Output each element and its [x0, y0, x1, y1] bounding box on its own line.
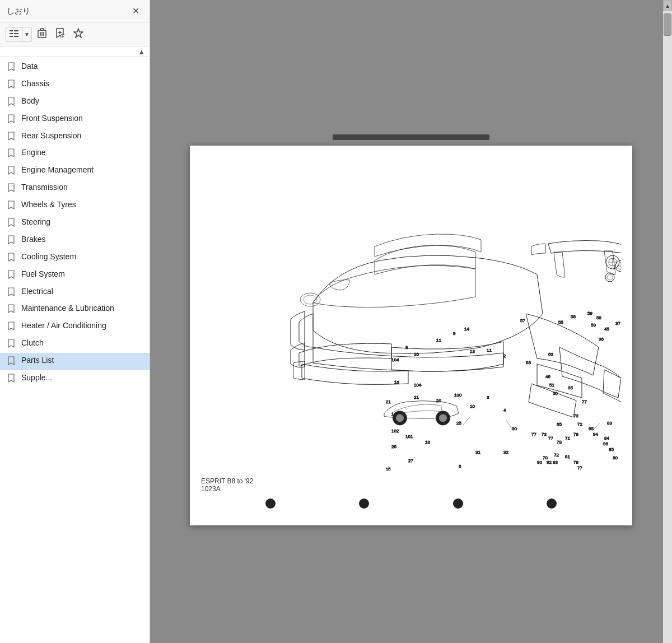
bookmark-icon — [8, 287, 17, 299]
svg-text:15: 15 — [386, 467, 390, 470]
sidebar-item-label: Heater / Air Conditioning — [21, 320, 144, 331]
svg-text:92: 92 — [547, 460, 552, 465]
sidebar-item-label: Supple... — [21, 372, 144, 383]
sidebar-item-supplement[interactable]: Supple... — [0, 370, 150, 388]
sidebar-item-wheels-tyres[interactable]: Wheels & Tyres — [0, 197, 150, 215]
bookmark-icon — [8, 304, 17, 316]
svg-text:94: 94 — [593, 432, 598, 437]
svg-text:78: 78 — [573, 432, 578, 437]
bookmark-icon — [8, 218, 17, 230]
sidebar-item-engine-management[interactable]: Engine Management — [0, 162, 150, 180]
sidebar-item-fuel-system[interactable]: Fuel System — [0, 267, 150, 284]
svg-text:21: 21 — [386, 399, 391, 404]
sidebar-item-data[interactable]: Data — [0, 59, 150, 76]
sidebar-item-brakes[interactable]: Brakes — [0, 232, 150, 249]
svg-text:36: 36 — [599, 337, 604, 342]
bookmark-icon — [8, 339, 17, 351]
svg-point-33 — [439, 414, 447, 422]
scrollbar-up-arrow[interactable]: ▲ — [663, 0, 672, 11]
bookmark-icon — [8, 356, 17, 368]
sidebar-item-electrical[interactable]: Electrical — [0, 284, 150, 301]
svg-rect-7 — [40, 29, 44, 30]
bookmark-icon — [8, 183, 17, 195]
dropdown-arrow-button[interactable]: ▼ — [22, 29, 31, 40]
sidebar-item-cooling-system[interactable]: Cooling System — [0, 249, 150, 267]
svg-text:31: 31 — [475, 450, 480, 455]
sidebar-item-heater-air-conditioning[interactable]: Heater / Air Conditioning — [0, 318, 150, 336]
svg-text:78: 78 — [557, 440, 562, 445]
svg-text:96: 96 — [603, 441, 608, 446]
svg-text:77: 77 — [582, 399, 587, 404]
svg-text:77: 77 — [531, 432, 536, 437]
star-bookmark-button[interactable] — [70, 26, 87, 43]
sidebar-item-transmission[interactable]: Transmission — [0, 180, 150, 197]
svg-text:30: 30 — [512, 426, 517, 431]
svg-rect-0 — [10, 30, 13, 31]
svg-text:35: 35 — [568, 385, 573, 390]
sidebar-title: しおり — [7, 6, 30, 16]
svg-rect-1 — [10, 33, 13, 34]
page-dot-2[interactable] — [359, 498, 369, 509]
scrollbar-thumb[interactable] — [664, 13, 671, 36]
sidebar-item-label: Front Suspension — [21, 113, 144, 124]
svg-text:45: 45 — [604, 327, 609, 332]
svg-text:83: 83 — [607, 421, 612, 426]
sidebar-list: Data Chassis Body Front Suspension Rear … — [0, 57, 150, 643]
svg-text:11: 11 — [436, 338, 441, 343]
page-dot-3[interactable] — [453, 498, 463, 509]
svg-text:16: 16 — [394, 380, 399, 385]
sidebar-item-body[interactable]: Body — [0, 94, 150, 111]
svg-rect-3 — [14, 30, 18, 31]
sidebar-toolbar: ▼ — [0, 22, 150, 46]
svg-text:72: 72 — [577, 422, 582, 427]
svg-text:57: 57 — [520, 318, 525, 323]
sidebar-item-parts-list[interactable]: Parts List — [0, 353, 150, 370]
bookmark-icon — [8, 114, 17, 126]
delete-bookmark-button[interactable] — [34, 26, 50, 43]
sidebar-item-rear-suspension[interactable]: Rear Suspension — [0, 128, 150, 146]
diagram-wrapper: 8 11 9 14 57 104 26 13 11 2 63 63 16 104… — [201, 157, 621, 473]
list-view-button[interactable] — [6, 27, 22, 41]
svg-text:95: 95 — [589, 426, 594, 431]
svg-text:25: 25 — [456, 421, 461, 426]
sidebar-item-label: Electrical — [21, 286, 144, 297]
svg-text:90: 90 — [537, 460, 542, 465]
parts-diagram: 8 11 9 14 57 104 26 13 11 2 63 63 16 104… — [201, 157, 621, 470]
svg-text:72: 72 — [554, 453, 559, 458]
sidebar-item-steering[interactable]: Steering — [0, 215, 150, 232]
main-content: 8 11 9 14 57 104 26 13 11 2 63 63 16 104… — [150, 0, 672, 643]
svg-text:73: 73 — [573, 413, 578, 418]
bookmark-icon — [8, 270, 17, 282]
add-bookmark-button[interactable] — [52, 26, 68, 43]
svg-text:73: 73 — [542, 432, 547, 437]
scroll-up-button[interactable]: ▲ — [138, 48, 145, 56]
svg-text:78: 78 — [573, 460, 578, 465]
sidebar-item-clutch[interactable]: Clutch — [0, 336, 150, 353]
sidebar-item-maintenance-lubrication[interactable]: Maintenance & Lubrication — [0, 301, 150, 318]
svg-text:58: 58 — [596, 315, 601, 320]
sidebar-item-engine[interactable]: Engine — [0, 145, 150, 162]
svg-text:11: 11 — [487, 348, 492, 353]
bookmark-icon — [8, 148, 17, 160]
svg-text:93: 93 — [553, 460, 558, 465]
sidebar-item-label: Steering — [21, 217, 144, 227]
list-button-group: ▼ — [6, 27, 32, 42]
sidebar-item-chassis[interactable]: Chassis — [0, 76, 150, 94]
sidebar-item-label: Engine Management — [21, 165, 144, 175]
close-button[interactable]: ✕ — [129, 4, 143, 17]
sidebar-item-label: Parts List — [21, 355, 144, 366]
page-dot-1[interactable] — [265, 498, 276, 509]
sidebar-item-front-suspension[interactable]: Front Suspension — [0, 111, 150, 128]
right-scrollbar: ▲ — [663, 0, 672, 643]
svg-text:59: 59 — [591, 323, 596, 328]
page-dot-4[interactable] — [547, 498, 557, 509]
svg-text:11: 11 — [391, 412, 396, 417]
svg-marker-16 — [74, 29, 83, 38]
svg-text:59: 59 — [587, 311, 592, 316]
svg-rect-5 — [14, 36, 18, 37]
bookmark-icon — [8, 62, 17, 74]
svg-text:3: 3 — [487, 395, 489, 400]
sidebar-item-label: Clutch — [21, 338, 144, 348]
svg-text:13: 13 — [470, 349, 475, 354]
svg-rect-2 — [10, 36, 13, 37]
